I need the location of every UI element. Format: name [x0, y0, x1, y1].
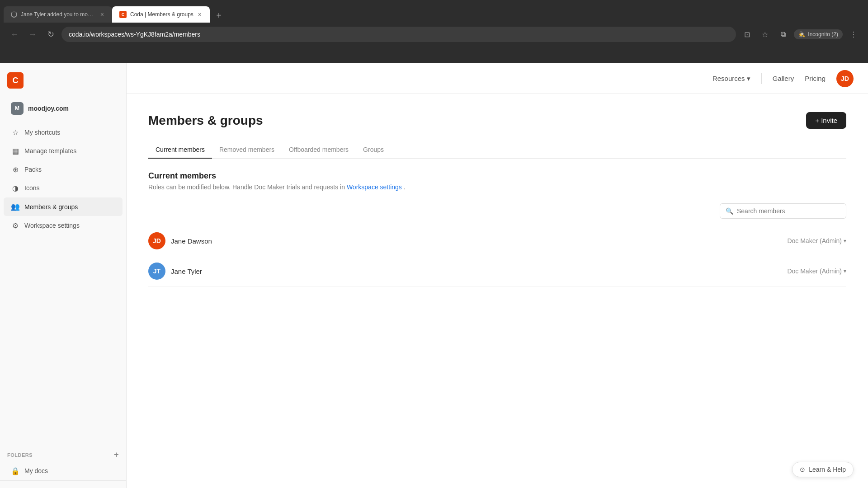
menu-icon[interactable]: ⋮ — [846, 27, 861, 42]
tab-offboarded[interactable]: Offboarded members — [282, 141, 356, 159]
browser-tabs: Jane Tyler added you to mood... × C Coda… — [0, 0, 868, 23]
pricing-link[interactable]: Pricing — [805, 75, 826, 82]
sidebar-item-templates[interactable]: ▦ Manage templates — [4, 142, 123, 160]
split-screen-icon[interactable]: ⧉ — [776, 27, 790, 42]
learn-help-label: Learn & Help — [809, 466, 846, 473]
sidebar-icon-icons: ◑ — [11, 183, 20, 192]
page-content: Members & groups + Invite Current member… — [127, 94, 868, 488]
incognito-badge[interactable]: 🕵 Incognito (2) — [794, 29, 843, 39]
sidebar-label-icons: Icons — [24, 184, 115, 192]
user-avatar[interactable]: JD — [836, 70, 854, 87]
resources-chevron-icon: ▾ — [747, 75, 750, 83]
top-nav: Resources ▾ Gallery Pricing JD — [127, 63, 868, 94]
sidebar-icon-templates: ▦ — [11, 146, 20, 155]
tab-1-title: Jane Tyler added you to mood... — [21, 11, 96, 18]
invite-button[interactable]: + Invite — [806, 112, 846, 129]
workspace-icon: M — [11, 102, 24, 115]
sidebar-icon-shortcuts: ☆ — [11, 128, 20, 137]
workspace-settings-link[interactable]: Workspace settings — [347, 183, 402, 191]
sidebar-label-packs: Packs — [24, 166, 115, 173]
sidebar-nav: ☆ My shortcuts ▦ Manage templates ⊕ Pack… — [0, 119, 126, 443]
browser-chrome: Jane Tyler added you to mood... × C Coda… — [0, 0, 868, 63]
tab-1-close[interactable]: × — [99, 10, 105, 19]
folder-label-mydocs: My docs — [24, 467, 115, 474]
browser-toolbar: ← → ↻ ⊡ ☆ ⧉ 🕵 Incognito (2) ⋮ — [0, 23, 868, 46]
sidebar-item-workspace[interactable]: ⚙ Workspace settings — [4, 216, 123, 235]
folders-label: FOLDERS — [7, 452, 33, 458]
browser-tab-1[interactable]: Jane Tyler added you to mood... × — [4, 6, 112, 23]
more-options[interactable]: More options ··· — [7, 486, 119, 488]
sidebar-folder-mydocs[interactable]: 🔒 My docs — [4, 462, 123, 480]
toolbar-actions: ⊡ ☆ ⧉ 🕵 Incognito (2) ⋮ — [740, 27, 861, 42]
sidebar: C M moodjoy.com ☆ My shortcuts ▦ Manage … — [0, 63, 127, 488]
sidebar-bottom: More options ··· — [0, 480, 126, 488]
sidebar-icon-packs: ⊕ — [11, 165, 20, 174]
tab-spinner — [11, 11, 17, 18]
tab-groups[interactable]: Groups — [356, 141, 391, 159]
learn-help-icon: ⊙ — [800, 466, 805, 473]
sidebar-icon-members: 👥 — [11, 202, 20, 211]
add-folder-button[interactable]: + — [114, 450, 119, 460]
sidebar-item-packs[interactable]: ⊕ Packs — [4, 160, 123, 178]
member-role-chevron-jane-dawson: ▾ — [844, 238, 846, 244]
forward-button[interactable]: → — [25, 27, 40, 42]
incognito-icon: 🕵 — [798, 31, 805, 38]
tab-2-close[interactable]: × — [197, 10, 203, 19]
member-avatar-jane-dawson: JD — [148, 232, 165, 249]
member-item-jane-tyler: JT Jane Tyler Doc Maker (Admin) ▾ — [148, 256, 846, 286]
tab-2-title: Coda | Members & groups — [130, 11, 193, 18]
sidebar-item-icons[interactable]: ◑ Icons — [4, 179, 123, 197]
sidebar-label-templates: Manage templates — [24, 147, 115, 155]
tab-removed[interactable]: Removed members — [212, 141, 282, 159]
sidebar-label-shortcuts: My shortcuts — [24, 129, 115, 136]
workspace-name: moodjoy.com — [28, 105, 69, 112]
member-role-jane-tyler[interactable]: Doc Maker (Admin) ▾ — [787, 267, 846, 275]
section-desc-post: . — [404, 183, 406, 191]
page-header: Members & groups + Invite — [148, 112, 846, 129]
folder-items: 🔒 My docs — [0, 461, 126, 480]
page-title: Members & groups — [148, 113, 263, 128]
gallery-link[interactable]: Gallery — [773, 75, 794, 82]
sidebar-item-members[interactable]: 👥 Members & groups + — [4, 197, 123, 216]
address-bar[interactable] — [61, 27, 736, 42]
member-role-label-jane-dawson: Doc Maker (Admin) — [787, 237, 842, 244]
resources-label: Resources — [712, 75, 745, 82]
folder-icon-mydocs: 🔒 — [11, 466, 20, 475]
learn-help-button[interactable]: ⊙ Learn & Help — [792, 462, 854, 477]
bookmark-star-icon[interactable]: ☆ — [758, 27, 772, 42]
coda-logo[interactable]: C — [7, 72, 24, 89]
back-button[interactable]: ← — [7, 27, 22, 42]
section-desc: Roles can be modified below. Handle Doc … — [148, 183, 846, 191]
member-item-jane-dawson: JD Jane Dawson Doc Maker (Admin) ▾ — [148, 226, 846, 256]
current-members-section: Current members Roles can be modified be… — [148, 171, 846, 286]
member-role-chevron-jane-tyler: ▾ — [844, 268, 846, 274]
sidebar-label-members: Members & groups — [24, 203, 106, 211]
app-container: C M moodjoy.com ☆ My shortcuts ▦ Manage … — [0, 63, 868, 488]
search-box: 🔍 — [720, 203, 846, 219]
member-name-jane-dawson: Jane Dawson — [171, 237, 787, 245]
section-title: Current members — [148, 171, 846, 181]
main-content: Resources ▾ Gallery Pricing JD Members &… — [127, 63, 868, 488]
member-role-label-jane-tyler: Doc Maker (Admin) — [787, 267, 842, 275]
member-avatar-jane-tyler: JT — [148, 263, 165, 280]
members-toolbar: 🔍 — [148, 203, 846, 219]
tab-current[interactable]: Current members — [148, 141, 212, 159]
member-role-jane-dawson[interactable]: Doc Maker (Admin) ▾ — [787, 237, 846, 244]
member-list: JD Jane Dawson Doc Maker (Admin) ▾ JT Ja… — [148, 226, 846, 286]
cast-icon: ⊡ — [740, 27, 754, 42]
sidebar-item-shortcuts[interactable]: ☆ My shortcuts — [4, 123, 123, 141]
nav-divider — [761, 73, 762, 84]
new-tab-button[interactable]: + — [212, 8, 226, 23]
top-nav-links: Resources ▾ Gallery Pricing — [712, 73, 826, 84]
sidebar-workspace[interactable]: M moodjoy.com — [4, 98, 123, 119]
browser-tab-2[interactable]: C Coda | Members & groups × — [112, 6, 210, 23]
search-icon: 🔍 — [726, 207, 733, 215]
sidebar-logo-area: C — [0, 63, 126, 98]
tabs: Current membersRemoved membersOffboarded… — [148, 141, 846, 159]
resources-button[interactable]: Resources ▾ — [712, 75, 750, 83]
incognito-label: Incognito (2) — [808, 31, 838, 38]
tab-2-favicon: C — [119, 11, 127, 18]
refresh-button[interactable]: ↻ — [43, 27, 58, 42]
search-input[interactable] — [737, 207, 840, 215]
member-name-jane-tyler: Jane Tyler — [171, 267, 787, 275]
